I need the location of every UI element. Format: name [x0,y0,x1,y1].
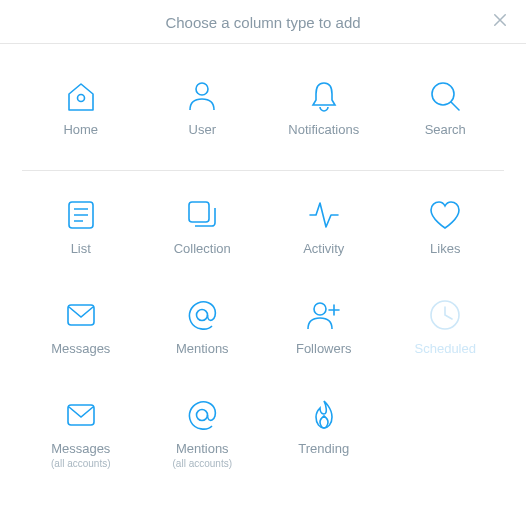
column-type-scheduled: Scheduled [385,285,507,385]
close-button[interactable] [488,10,512,34]
svg-rect-5 [68,305,94,325]
collection-icon [182,195,222,235]
column-type-label: Likes [430,241,460,257]
svg-point-0 [77,95,84,102]
heart-icon [425,195,465,235]
svg-rect-9 [68,405,94,425]
clock-icon [425,295,465,335]
close-icon [491,11,509,33]
column-type-notifications[interactable]: Notifications [263,66,385,166]
column-type-label: Home [63,122,98,138]
column-type-likes[interactable]: Likes [385,185,507,285]
column-type-label: Messages [51,341,110,357]
column-type-sublabel: (all accounts) [51,458,110,469]
svg-rect-4 [189,202,209,222]
home-icon [61,76,101,116]
bell-icon [304,76,344,116]
column-type-label: Collection [174,241,231,257]
list-icon [61,195,101,235]
svg-point-7 [314,303,326,315]
at-icon [182,295,222,335]
section-divider [22,170,504,171]
column-type-trending[interactable]: Trending [263,385,385,485]
column-type-label: Followers [296,341,352,357]
column-type-user[interactable]: User [142,66,264,166]
dialog-title: Choose a column type to add [0,14,526,31]
followers-icon [304,295,344,335]
envelope-icon [61,395,101,435]
flame-icon [304,395,344,435]
column-type-label: Notifications [288,122,359,138]
column-type-list[interactable]: List [20,185,142,285]
dialog-header: Choose a column type to add [0,0,526,44]
column-type-followers[interactable]: Followers [263,285,385,385]
activity-icon [304,195,344,235]
column-type-search[interactable]: Search [385,66,507,166]
column-type-label: Messages [51,441,110,457]
column-type-mentions[interactable]: Mentions [142,285,264,385]
column-type-grid: Home User Notifications Search [20,66,506,485]
dialog-content: Home User Notifications Search [0,44,526,518]
column-type-messages-all[interactable]: Messages (all accounts) [20,385,142,485]
column-type-messages[interactable]: Messages [20,285,142,385]
search-icon [425,76,465,116]
column-type-home[interactable]: Home [20,66,142,166]
column-type-collection[interactable]: Collection [142,185,264,285]
envelope-icon [61,295,101,335]
column-type-label: User [189,122,216,138]
column-type-label: List [71,241,91,257]
column-type-label: Scheduled [415,341,476,357]
column-type-sublabel: (all accounts) [173,458,232,469]
at-icon [182,395,222,435]
column-type-label: Activity [303,241,344,257]
column-type-label: Search [425,122,466,138]
column-type-mentions-all[interactable]: Mentions (all accounts) [142,385,264,485]
svg-point-1 [196,83,208,95]
column-type-activity[interactable]: Activity [263,185,385,285]
svg-point-6 [197,310,208,321]
column-type-label: Mentions [176,341,229,357]
column-type-label: Mentions [176,441,229,457]
svg-point-10 [197,410,208,421]
user-icon [182,76,222,116]
column-type-label: Trending [298,441,349,457]
